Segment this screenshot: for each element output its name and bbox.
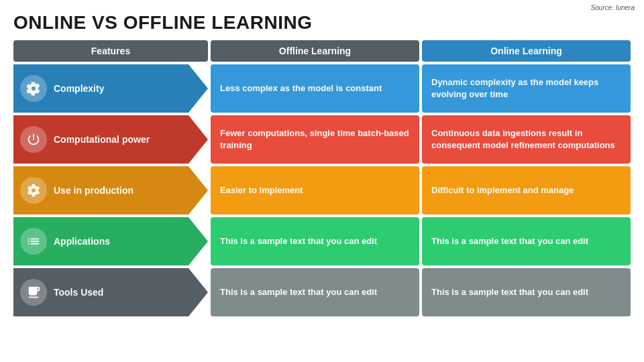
feature-arrow-applications: Applications [13, 217, 208, 265]
table-row: Applications This is a sample text that … [13, 217, 631, 265]
person-icon [20, 279, 47, 306]
settings-icon [20, 177, 47, 204]
table-row: Computational power Fewer computations, … [13, 115, 631, 164]
header-offline: Offline Learning [211, 40, 419, 62]
offline-computational-cell[interactable]: Fewer computations, single time batch-ba… [211, 115, 419, 164]
offline-applications-cell[interactable]: This is a sample text that you can edit [211, 217, 419, 265]
feature-arrow-production: Use in production [13, 166, 208, 215]
feature-label-tools: Tools Used [54, 287, 103, 298]
online-production-cell[interactable]: Difficult to implement and manage [422, 166, 631, 215]
offline-tools-cell[interactable]: This is a sample text that you can edit [211, 268, 419, 316]
feature-arrow-complexity: Complexity [13, 64, 208, 113]
table-header: Features Offline Learning Online Learnin… [13, 40, 631, 62]
header-features: Features [13, 40, 208, 62]
source-label: Source: Iunera [590, 4, 635, 11]
feature-production: Use in production [13, 166, 208, 215]
feature-label-complexity: Complexity [54, 83, 104, 95]
feature-arrow-computational: Computational power [13, 115, 208, 164]
page: Source: Iunera ONLINE VS OFFLINE LEARNIN… [0, 0, 644, 362]
feature-computational: Computational power [13, 115, 208, 164]
feature-label-production: Use in production [54, 185, 133, 196]
power-icon [20, 126, 47, 153]
feature-tools: Tools Used [13, 268, 208, 316]
comparison-table: Features Offline Learning Online Learnin… [13, 40, 631, 316]
feature-applications: Applications [13, 217, 208, 265]
header-online: Online Learning [422, 40, 631, 62]
online-applications-cell[interactable]: This is a sample text that you can edit [422, 217, 631, 265]
feature-label-applications: Applications [54, 236, 110, 247]
feature-arrow-tools: Tools Used [13, 268, 208, 316]
offline-complexity-cell[interactable]: Less complex as the model is constant [211, 64, 419, 113]
list-icon [20, 228, 47, 255]
offline-production-cell[interactable]: Easier to implement [211, 166, 419, 215]
feature-label-computational: Computational power [54, 134, 150, 145]
gear-icon [20, 75, 47, 102]
table-row: Tools Used This is a sample text that yo… [13, 268, 631, 316]
table-row: Use in production Easier to implement Di… [13, 166, 631, 215]
page-title: ONLINE VS OFFLINE LEARNING [13, 12, 631, 34]
feature-complexity: Complexity [13, 64, 208, 113]
online-complexity-cell[interactable]: Dynamic complexity as the model keeps ev… [422, 64, 631, 113]
online-tools-cell[interactable]: This is a sample text that you can edit [422, 268, 631, 316]
online-computational-cell[interactable]: Continuous data ingestions result in con… [422, 115, 631, 164]
table-row: Complexity Less complex as the model is … [13, 64, 631, 113]
